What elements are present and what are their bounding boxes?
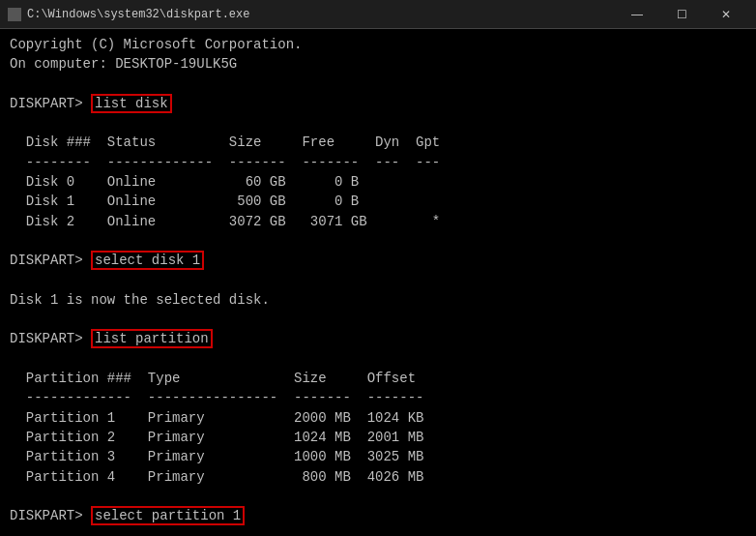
terminal-line: ------------- ---------------- ------- -…	[10, 388, 746, 407]
prompt-text: DISKPART>	[10, 253, 91, 268]
command-line: DISKPART> list partition	[10, 329, 746, 348]
command-line: DISKPART> list disk	[10, 94, 746, 113]
blank-line	[10, 113, 746, 133]
terminal-line: Partition 4 Primary 800 MB 4026 MB	[10, 467, 746, 487]
title-bar-left: C:\Windows\system32\diskpart.exe	[8, 8, 249, 21]
command-line: DISKPART> select disk 1	[10, 251, 746, 270]
terminal-line: Disk 0 Online 60 GB 0 B	[10, 172, 746, 192]
title-bar: C:\Windows\system32\diskpart.exe — ☐ ✕	[0, 0, 756, 29]
blank-line	[10, 487, 746, 506]
terminal-line: Partition 2 Primary 1024 MB 2001 MB	[10, 428, 746, 447]
window-title: C:\Windows\system32\diskpart.exe	[27, 8, 249, 21]
blank-line	[10, 349, 746, 369]
blank-line	[10, 74, 746, 94]
command-text: list disk	[91, 94, 172, 113]
blank-line	[10, 310, 746, 329]
terminal-line: Partition ### Type Size Offset	[10, 369, 746, 388]
terminal-line: Disk 1 Online 500 GB 0 B	[10, 192, 746, 211]
close-button[interactable]: ✕	[704, 0, 748, 29]
terminal-line: Disk ### Status Size Free Dyn Gpt	[10, 133, 746, 152]
terminal-line: On computer: DESKTOP-19ULK5G	[10, 54, 746, 74]
blank-line	[10, 231, 746, 251]
title-bar-controls: — ☐ ✕	[615, 0, 748, 29]
terminal-window: Copyright (C) Microsoft Corporation.On c…	[0, 29, 756, 536]
terminal-line: -------- ------------- ------- ------- -…	[10, 153, 746, 172]
minimize-button[interactable]: —	[615, 0, 659, 29]
blank-line	[10, 525, 746, 536]
prompt-text: DISKPART>	[10, 331, 91, 346]
command-line: DISKPART> select partition 1	[10, 506, 746, 525]
terminal-line: Partition 1 Primary 2000 MB 1024 KB	[10, 408, 746, 428]
terminal-line: Disk 2 Online 3072 GB 3071 GB *	[10, 212, 746, 231]
terminal-line: Copyright (C) Microsoft Corporation.	[10, 35, 746, 54]
command-text: select disk 1	[91, 251, 204, 270]
terminal-line: Disk 1 is now the selected disk.	[10, 290, 746, 310]
maximize-button[interactable]: ☐	[659, 0, 704, 29]
terminal-line: Partition 3 Primary 1000 MB 3025 MB	[10, 447, 746, 466]
blank-line	[10, 271, 746, 290]
command-text: select partition 1	[91, 506, 245, 525]
prompt-text: DISKPART>	[10, 508, 91, 523]
app-icon	[8, 8, 21, 21]
prompt-text: DISKPART>	[10, 96, 91, 111]
command-text: list partition	[91, 329, 213, 348]
